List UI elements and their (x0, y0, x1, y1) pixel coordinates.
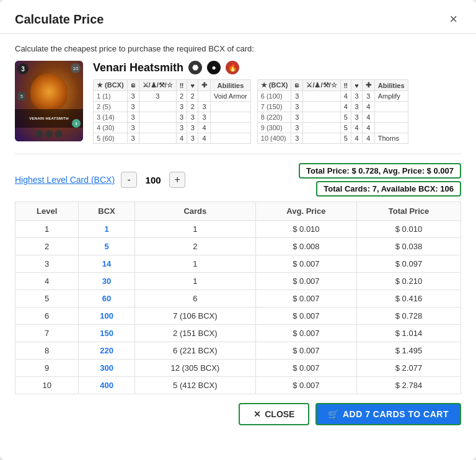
col-avg-price: Avg. Price (255, 202, 356, 221)
col-header-hp-left: ♥ (187, 80, 198, 91)
table-row: 71502 (151 BCX)$ 0.007$ 1.014 (15, 325, 461, 342)
table-cell[interactable]: 100 (79, 307, 135, 325)
table-cell[interactable]: 1 (79, 221, 135, 238)
table-cell[interactable]: 60 (79, 290, 135, 307)
table-cell: 7 (106 BCX) (134, 307, 255, 325)
table-row: 104005 (412 BCX)$ 0.007$ 2.784 (15, 377, 461, 394)
col-bcx: BCX (79, 202, 135, 221)
table-cell: $ 2.077 (356, 360, 461, 377)
bcx-control-label[interactable]: Highest Level Card (BCX) (15, 175, 115, 185)
bcx-increment-button[interactable]: + (169, 172, 185, 188)
table-row: 111$ 0.010$ 0.010 (15, 221, 461, 238)
divider (15, 154, 461, 154)
table-row: 5 (60) 3 4 3 4 (94, 133, 251, 144)
close-label: CLOSE (265, 409, 294, 419)
table-cell: $ 0.007 (255, 325, 356, 342)
card-name-row: Venari Heatsmith ⬣ ● 🔥 (93, 61, 461, 74)
table-cell[interactable]: 300 (79, 360, 135, 377)
card-icon-fire: 🔥 (226, 61, 239, 74)
col-header-star-bcx-left: ★ (BCX) (94, 80, 128, 91)
card-name-label: VENARI HEATSMITH (29, 117, 69, 120)
price-summary: Total Price: $ 0.728, Avg. Price: $ 0.00… (299, 163, 461, 197)
card-icon-neutral: ⬣ (188, 61, 202, 74)
table-row: 252$ 0.008$ 0.038 (15, 238, 461, 255)
table-cell: 1 (134, 255, 255, 273)
table-cell: 5 (412 BCX) (134, 377, 255, 394)
table-cell: $ 1.014 (356, 325, 461, 342)
table-cell: $ 0.097 (356, 255, 461, 273)
table-cell: $ 0.038 (356, 238, 461, 255)
add-to-cart-button[interactable]: 🛒 ADD 7 CARDS TO CART (315, 403, 461, 425)
table-cell: $ 0.728 (356, 307, 461, 325)
col-header-abilities-right: Abilities (374, 80, 408, 91)
controls-row: Highest Level Card (BCX) - 100 + Total P… (15, 163, 461, 197)
table-row: 9 (300) 3 5 4 4 (257, 123, 408, 133)
table-row: 61007 (106 BCX)$ 0.007$ 0.728 (15, 307, 461, 325)
table-cell: 9 (15, 360, 79, 377)
table-row: 5606$ 0.007$ 0.416 (15, 290, 461, 307)
col-header-plus-right: ✚ (362, 80, 374, 91)
table-cell[interactable]: 30 (79, 273, 135, 290)
close-icon: ✕ (253, 409, 261, 419)
card-level-badge: 3 (17, 63, 29, 74)
table-cell[interactable]: 400 (79, 377, 135, 394)
table-cell: 6 (221 BCX) (134, 342, 255, 360)
table-cell: 1 (15, 221, 79, 238)
card-icon-black: ● (207, 61, 221, 74)
col-header-plus-left: ✚ (198, 80, 210, 91)
modal-close-x-button[interactable]: × (446, 11, 461, 27)
col-header-armor-right: ‼ (340, 80, 351, 91)
table-row: 2 (5) 3 3 2 3 (94, 102, 251, 112)
card-name: Venari Heatsmith (93, 61, 183, 74)
table-row: 82206 (221 BCX)$ 0.007$ 1.495 (15, 342, 461, 360)
stats-table-right: ★ (BCX) ຣ ⚔/♟/⚒/☆ ‼ ♥ ✚ Abilities (257, 79, 408, 144)
add-cart-label: ADD 7 CARDS TO CART (343, 409, 449, 419)
table-cell: 1 (134, 221, 255, 238)
bcx-decrement-button[interactable]: - (121, 172, 137, 188)
table-cell: 5 (15, 290, 79, 307)
stats-tables: ★ (BCX) ຣ ⚔/♟/⚒/☆ ‼ ♥ ✚ Abilities (93, 79, 461, 144)
table-cell: $ 0.007 (255, 290, 356, 307)
table-cell: $ 0.007 (255, 377, 356, 394)
col-header-star-bcx-right: ★ (BCX) (257, 80, 291, 91)
calculate-price-modal: Calculate Price × Calculate the cheapest… (0, 0, 476, 460)
table-cell: 6 (134, 290, 255, 307)
col-cards: Cards (134, 202, 255, 221)
total-cards-bcx-box: Total Cards: 7, Available BCX: 106 (316, 181, 461, 197)
table-row: 7 (150) 3 4 3 4 (257, 102, 408, 112)
table-cell: $ 0.416 (356, 290, 461, 307)
price-data-table: Level BCX Cards Avg. Price Total Price 1… (15, 201, 461, 394)
table-row: 3141$ 0.007$ 0.097 (15, 255, 461, 273)
table-cell: $ 0.007 (255, 360, 356, 377)
card-details: Venari Heatsmith ⬣ ● 🔥 ★ (BCX) ຣ ⚔/♟/⚒/☆ (93, 61, 461, 144)
table-cell: 2 (134, 238, 255, 255)
bcx-control: Highest Level Card (BCX) - 100 + (15, 172, 185, 188)
table-row: 1 (1) 3 3 2 2 Void Armor (94, 91, 251, 102)
bcx-value-display: 100 (143, 175, 163, 185)
table-cell: 10 (15, 377, 79, 394)
table-cell: 2 (151 BCX) (134, 325, 255, 342)
table-cell: 2 (15, 238, 79, 255)
card-info-row: 3 VENARI HEATSMITH 10 4 (15, 61, 461, 144)
table-cell: $ 0.010 (255, 221, 356, 238)
col-header-abilities-left: Abilities (210, 80, 250, 91)
table-cell: 6 (15, 307, 79, 325)
table-cell: 1 (134, 273, 255, 290)
table-row: 3 (14) 3 3 3 3 (94, 112, 251, 123)
close-button[interactable]: ✕ CLOSE (239, 403, 309, 425)
table-cell: 8 (15, 342, 79, 360)
table-cell: $ 1.495 (356, 342, 461, 360)
table-row: 6 (100) 3 4 3 3 Amplify (257, 91, 408, 102)
card-image-inner: 3 VENARI HEATSMITH 10 4 (15, 61, 83, 141)
stats-table-left: ★ (BCX) ຣ ⚔/♟/⚒/☆ ‼ ♥ ✚ Abilities (93, 79, 251, 144)
col-total-price: Total Price (356, 202, 461, 221)
col-header-speed-right: ຣ (291, 80, 303, 91)
table-cell[interactable]: 14 (79, 255, 135, 273)
table-cell[interactable]: 220 (79, 342, 135, 360)
table-cell[interactable]: 150 (79, 325, 135, 342)
table-cell[interactable]: 5 (79, 238, 135, 255)
table-cell: $ 0.007 (255, 255, 356, 273)
table-cell: $ 0.007 (255, 273, 356, 290)
table-row: 8 (220) 3 5 3 4 (257, 112, 408, 123)
modal-header: Calculate Price × (0, 0, 476, 34)
